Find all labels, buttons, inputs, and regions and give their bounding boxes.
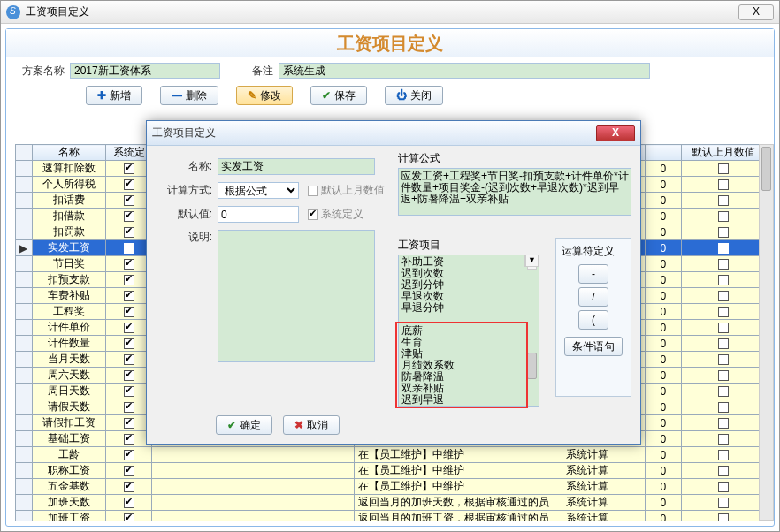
dialog-close-button[interactable]: X (596, 125, 635, 141)
cell-val: 0 (645, 177, 682, 193)
cell-c5: 系统计算 (562, 495, 645, 511)
check-icon: ✔ (322, 89, 331, 102)
cell-name: 职称工资 (32, 463, 105, 479)
op-div-button[interactable]: / (578, 287, 608, 307)
dlg-calc-label: 计算方式: (156, 183, 212, 198)
dlg-calc-select[interactable]: 根据公式 (218, 182, 299, 199)
cell-sysdef (106, 161, 152, 177)
cell-prev (682, 415, 765, 431)
dlg-name-input[interactable] (218, 158, 375, 175)
cell-name: 加班工资 (32, 511, 105, 521)
items-scrollbar-thumb[interactable] (527, 353, 537, 379)
cancel-button[interactable]: ✖取消 (283, 415, 340, 435)
items-label: 工资项目 (398, 238, 539, 253)
scheme-input[interactable] (70, 63, 220, 79)
cell-prev (682, 224, 765, 240)
cell-name: 车费补贴 (32, 288, 105, 304)
cell-prev (682, 240, 765, 256)
dialog-titlebar[interactable]: 工资项目定义 X (147, 121, 640, 146)
col-6[interactable] (645, 145, 682, 161)
list-item[interactable]: 迟到早退 (400, 394, 538, 406)
table-row[interactable]: 五金基数在【员工维护】中维护系统计算0 (16, 479, 765, 495)
cell-c3 (152, 447, 355, 463)
items-list[interactable]: 补助工资迟到次数迟到分钟早退次数早退分钟底薪生育津贴月绩效系数防暑降温双亲补贴迟… (398, 255, 539, 407)
edit-button[interactable]: ✎修改 (236, 86, 293, 105)
ok-button[interactable]: ✔确定 (216, 415, 272, 435)
cell-val: 0 (645, 336, 682, 352)
cell-sysdef (106, 368, 152, 384)
window-close-button[interactable]: X (738, 4, 774, 20)
edit-icon: ✎ (248, 89, 256, 102)
table-row[interactable]: 工龄在【员工维护】中维护系统计算0 (16, 447, 765, 463)
table-row[interactable]: 职称工资在【员工维护】中维护系统计算0 (16, 463, 765, 479)
dlg-name-label: 名称: (156, 159, 212, 174)
operators-label: 运算符定义 (562, 244, 625, 259)
delete-button[interactable]: —删除 (160, 86, 218, 105)
cell-sysdef (106, 177, 152, 193)
table-row[interactable]: 加班工资返回当月的加班工资，根据审核通过的员系统计算0 (16, 511, 765, 521)
condition-button[interactable]: 条件语句 (564, 337, 623, 356)
dlg-defprev-checkbox[interactable]: 默认上月数值 (308, 183, 385, 198)
op-paren-button[interactable]: ( (578, 310, 608, 330)
cell-prev (682, 177, 765, 193)
cell-name: 扣预支款 (32, 272, 105, 288)
table-row[interactable]: 加班天数返回当月的加班天数，根据审核通过的员系统计算0 (16, 495, 765, 511)
list-item[interactable]: 早退分钟 (400, 302, 538, 314)
dialog-title: 工资项目定义 (152, 125, 596, 141)
app-icon (6, 5, 20, 19)
cell-val: 0 (645, 256, 682, 272)
col-sysdef[interactable]: 系统定 (106, 145, 152, 161)
op-minus-button[interactable]: - (578, 264, 608, 284)
cell-name: 基础工资 (32, 431, 105, 447)
cell-c3 (152, 511, 355, 521)
vertical-scrollbar[interactable] (759, 144, 774, 521)
scroll-down-icon[interactable]: ▼ (525, 255, 539, 267)
cell-name: 扣话费 (32, 193, 105, 209)
cell-name: 五金基数 (32, 479, 105, 495)
dlg-def-input[interactable] (218, 206, 299, 223)
add-button[interactable]: ✚新增 (86, 86, 142, 105)
cell-name: 加班天数 (32, 495, 105, 511)
cell-val: 0 (645, 193, 682, 209)
col-name[interactable]: 名称 (32, 145, 105, 161)
cell-sysdef (106, 495, 152, 511)
cell-name: 请假扣工资 (32, 415, 105, 431)
page-title: 工资项目定义 (6, 29, 774, 57)
cell-sysdef (106, 256, 152, 272)
dlg-desc-textarea[interactable] (218, 230, 375, 362)
cell-val: 0 (645, 272, 682, 288)
cell-prev (682, 431, 765, 447)
scrollbar-thumb[interactable] (761, 147, 771, 191)
close-button[interactable]: ⏻关闭 (385, 86, 443, 105)
cell-name: 节日奖 (32, 256, 105, 272)
col-defprev[interactable]: 默认上月数值 (682, 145, 765, 161)
cell-prev (682, 368, 765, 384)
cell-val: 0 (645, 511, 682, 521)
cell-val: 0 (645, 447, 682, 463)
dlg-sysdef-checkbox[interactable]: 系统定义 (308, 207, 363, 222)
cell-name: 周六天数 (32, 368, 105, 384)
cell-val: 0 (645, 399, 682, 415)
cell-c4: 在【员工维护】中维护 (355, 463, 562, 479)
power-icon: ⏻ (396, 89, 407, 102)
cell-c5: 系统计算 (562, 511, 645, 521)
cell-val: 0 (645, 431, 682, 447)
formula-box[interactable]: 应发工资+工程奖+节日奖-扣预支款+计件单价*计件数量+项目奖金-(迟到次数+早… (398, 168, 631, 216)
save-button[interactable]: ✔保存 (310, 86, 367, 105)
cell-sysdef (106, 511, 152, 521)
cell-val: 0 (645, 415, 682, 431)
cell-c3 (152, 479, 355, 495)
cell-prev (682, 193, 765, 209)
cell-name: 计件单价 (32, 320, 105, 336)
cell-name: 周日天数 (32, 384, 105, 399)
plus-icon: ✚ (97, 89, 106, 102)
items-scrollbar[interactable]: ▲▼ (524, 255, 539, 267)
remark-input[interactable] (279, 63, 650, 79)
cell-sysdef (106, 447, 152, 463)
x-icon: ✖ (294, 419, 303, 431)
cell-prev (682, 352, 765, 368)
cell-c4: 返回当月的加班工资，根据审核通过的员 (355, 511, 562, 521)
check-icon: ✔ (227, 419, 236, 431)
cell-sysdef (106, 384, 152, 399)
cell-sysdef (106, 431, 152, 447)
